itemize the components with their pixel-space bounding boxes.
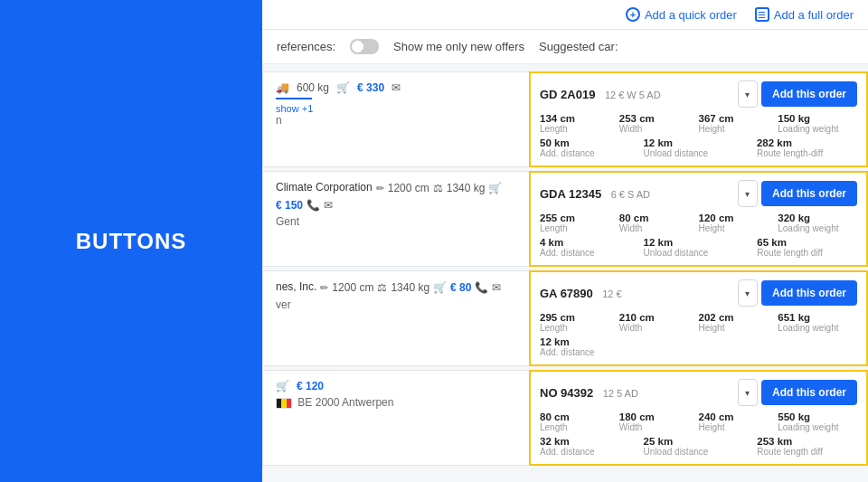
- suggested-car-label: Suggested car:: [539, 40, 618, 53]
- meas-cell-3-0: 295 cm Length: [540, 312, 619, 333]
- meas-cell-1-0: 134 cm Length: [540, 113, 619, 134]
- order-left-card-3: nes, Inc. ✏ 1200 cm ⚖ 1340 kg 🛒 € 80 📞 ✉…: [262, 270, 529, 366]
- edit-icon-2: ✏: [376, 183, 384, 194]
- meas-cell-2-3: 320 kg Loading weight: [778, 213, 857, 233]
- location-2: Gent: [276, 215, 516, 228]
- order-meta-2: 6 € S AD: [611, 189, 650, 200]
- cart-icon-3: 🛒: [433, 281, 447, 294]
- order-id-1: GD 2A019: [540, 88, 595, 101]
- postal-4: 2000: [316, 396, 340, 409]
- price-4: € 120: [297, 380, 324, 392]
- cart-icon-2: 🛒: [488, 182, 502, 194]
- order-id-area-2: GDA 12345 6 € S AD: [540, 185, 650, 202]
- cart-icon-1: 🛒: [336, 81, 350, 94]
- envelope-icon-2: ✉: [324, 199, 333, 212]
- order-id-area-3: GA 67890 12 €: [540, 285, 622, 301]
- dropdown-btn-4[interactable]: ▾: [738, 379, 758, 406]
- order-actions-2: ▾ Add this order: [738, 180, 857, 207]
- be-flag-icon: [276, 398, 292, 409]
- meas-row2-2: 4 km Add. distance 12 km Unload distance…: [540, 237, 857, 258]
- main-content: + Add a quick order ☰ Add a full order r…: [262, 0, 868, 482]
- truck-icon-1: 🚚: [276, 81, 289, 94]
- price-2: € 150: [276, 199, 303, 212]
- order-id-3: GA 67890: [540, 287, 593, 300]
- meas-cell-3-1: 210 cm Width: [619, 312, 699, 333]
- add-order-btn-2[interactable]: Add this order: [761, 181, 857, 206]
- phone-icon-3: 📞: [475, 281, 488, 294]
- add-order-btn-3[interactable]: Add this order: [761, 280, 857, 306]
- preferences-bar: references: Show me only new offers Sugg…: [262, 30, 868, 64]
- order-id-4: NO 94392: [540, 386, 593, 400]
- divider-1: [276, 98, 312, 99]
- order-row-2: Climate Corporation ✏ 1200 cm ⚖ 1340 kg …: [262, 171, 868, 267]
- destination-1: n: [276, 114, 516, 127]
- meas-cell-4-3: 550 kg Loading weight: [778, 411, 857, 432]
- dropdown-btn-1[interactable]: ▾: [738, 80, 758, 108]
- meas-cell-4-2: 240 cm Height: [699, 411, 778, 432]
- order-header-2: GDA 12345 6 € S AD ▾ Add this order: [540, 180, 857, 207]
- topbar: + Add a quick order ☰ Add a full order: [262, 0, 868, 30]
- orders-list: 🚚 600 kg 🛒 € 330 ✉ show +1 n GD 2A019 12…: [262, 64, 868, 482]
- add-full-order-action[interactable]: ☰ Add a full order: [755, 7, 854, 22]
- phone-icon-2: 📞: [307, 199, 320, 212]
- order-actions-4: ▾ Add this order: [738, 379, 857, 406]
- doc-icon: ☰: [755, 7, 769, 22]
- company-2: Climate Corporation: [276, 181, 373, 194]
- order-right-card-1: GD 2A019 12 € W 5 AD ▾ Add this order 13…: [529, 71, 868, 167]
- weight-icon-3: ⚖: [377, 281, 387, 294]
- meas-r2-2-2: 65 km Route length diff: [757, 237, 857, 258]
- order-meta-3: 12 €: [602, 288, 621, 299]
- meas-r2-4-0: 32 km Add. distance: [540, 436, 629, 457]
- meas-cell-4-1: 180 cm Width: [619, 411, 699, 432]
- order-meta-1: 12 € W 5 AD: [605, 90, 661, 100]
- order-header-1: GD 2A019 12 € W 5 AD ▾ Add this order: [540, 80, 857, 108]
- order-left-card-4: 🛒 € 120 BE 2000 Antwerpen: [262, 370, 529, 466]
- meas-r2-2-1: 12 km Unload distance: [644, 237, 743, 258]
- dropdown-btn-2[interactable]: ▾: [738, 180, 758, 207]
- meas-r2-1-1: 12 km Unload distance: [643, 137, 742, 158]
- add-quick-order-action[interactable]: + Add a quick order: [626, 7, 737, 22]
- meas-cell-2-0: 255 cm Length: [540, 213, 619, 233]
- plus-circle-icon: +: [626, 7, 640, 22]
- sidebar: BUTTONS: [0, 0, 262, 482]
- length-3: 1200 cm: [332, 281, 373, 294]
- length-2: 1200 cm: [388, 182, 429, 194]
- order-left-card-1: 🚚 600 kg 🛒 € 330 ✉ show +1 n: [262, 71, 529, 167]
- destination-3: ver: [276, 298, 516, 311]
- add-order-btn-1[interactable]: Add this order: [761, 81, 857, 107]
- weight-2: 1340 kg: [447, 182, 486, 194]
- meas-cell-1-3: 150 kg Loading weight: [778, 113, 857, 134]
- prefs-label: references:: [277, 40, 335, 53]
- meas-cell-4-0: 80 cm Length: [540, 411, 619, 432]
- order-id-area-4: NO 94392 12 5 AD: [540, 384, 638, 401]
- add-full-order-label: Add a full order: [774, 8, 854, 22]
- measurements-2: 255 cm Length 80 cm Width 120 cm Height …: [540, 213, 857, 233]
- dropdown-btn-3[interactable]: ▾: [738, 279, 758, 307]
- cart-icon-4: 🛒: [276, 380, 289, 392]
- meas-r2-2-0: 4 km Add. distance: [540, 237, 629, 258]
- order-header-4: NO 94392 12 5 AD ▾ Add this order: [540, 379, 857, 406]
- meas-cell-3-2: 202 cm Height: [699, 312, 778, 333]
- order-row-4: 🛒 € 120 BE 2000 Antwerpen: [262, 370, 868, 466]
- country-code-4: BE: [297, 396, 312, 409]
- envelope-icon-3: ✉: [492, 281, 501, 294]
- edit-icon-3: ✏: [320, 282, 328, 294]
- order-left-card-2: Climate Corporation ✏ 1200 cm ⚖ 1340 kg …: [262, 171, 529, 267]
- add-order-btn-4[interactable]: Add this order: [761, 380, 857, 405]
- meas-cell-3-3: 651 kg Loading weight: [778, 312, 857, 333]
- order-row-3: nes, Inc. ✏ 1200 cm ⚖ 1340 kg 🛒 € 80 📞 ✉…: [262, 270, 868, 366]
- new-offers-toggle[interactable]: [350, 39, 379, 54]
- price-1: € 330: [357, 81, 384, 94]
- meas-r2-1-2: 282 km Route length-diff: [757, 137, 857, 158]
- measurements-4: 80 cm Length 180 cm Width 240 cm Height …: [540, 411, 857, 432]
- meas-r2-1-0: 50 km Add. distance: [540, 137, 628, 158]
- new-offers-label: Show me only new offers: [393, 40, 524, 53]
- measurements-3: 295 cm Length 210 cm Width 202 cm Height…: [540, 312, 857, 333]
- meas-cell-1-1: 253 cm Width: [619, 113, 699, 134]
- order-right-card-2: GDA 12345 6 € S AD ▾ Add this order 255 …: [529, 171, 868, 267]
- order-right-card-4: NO 94392 12 5 AD ▾ Add this order 80 cm …: [529, 370, 868, 466]
- show-more-1[interactable]: show +1: [276, 103, 516, 114]
- sidebar-label: BUTTONS: [76, 229, 187, 254]
- meas-r2-4-2: 253 km Route length diff: [757, 436, 857, 457]
- measurements-1: 134 cm Length 253 cm Width 367 cm Height…: [540, 113, 857, 134]
